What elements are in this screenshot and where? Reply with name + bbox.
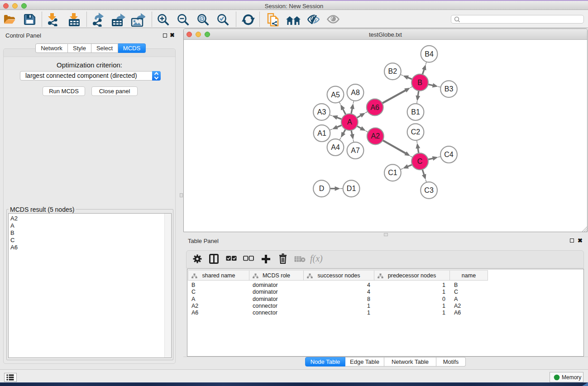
- svg-text:C: C: [417, 157, 423, 165]
- svg-text:A6: A6: [370, 104, 379, 111]
- svg-text:B4: B4: [425, 50, 434, 58]
- svg-text:B: B: [417, 79, 422, 86]
- svg-text:B2: B2: [388, 67, 397, 75]
- svg-text:A1: A1: [317, 129, 326, 137]
- svg-text:C1: C1: [388, 169, 397, 176]
- svg-text:A: A: [347, 118, 352, 126]
- svg-text:D1: D1: [347, 185, 356, 192]
- svg-text:B1: B1: [411, 108, 420, 116]
- svg-text:C2: C2: [411, 128, 421, 136]
- svg-text:C4: C4: [444, 151, 454, 158]
- svg-text:A8: A8: [351, 89, 360, 96]
- svg-text:B3: B3: [445, 85, 454, 93]
- svg-text:A2: A2: [371, 132, 380, 140]
- svg-text:A3: A3: [317, 108, 326, 116]
- svg-text:A5: A5: [331, 91, 340, 99]
- svg-text:A4: A4: [331, 143, 340, 151]
- svg-text:A7: A7: [351, 147, 360, 154]
- svg-text:D: D: [319, 185, 325, 192]
- svg-text:C3: C3: [424, 186, 434, 194]
